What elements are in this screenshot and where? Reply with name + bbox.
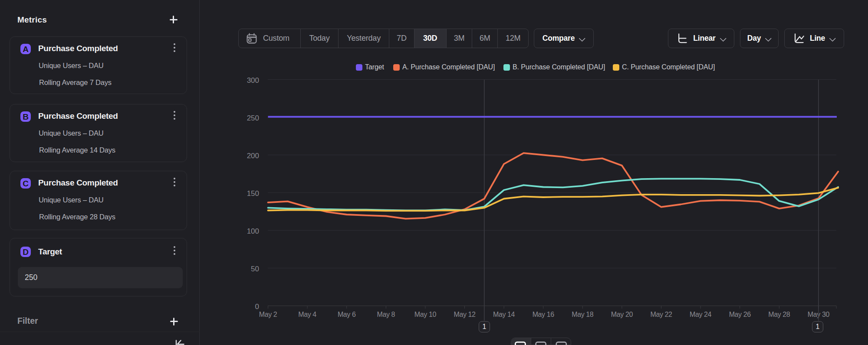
svg-text:May 10: May 10 — [414, 311, 437, 318]
svg-text:May 20: May 20 — [611, 311, 633, 318]
svg-text:May 24: May 24 — [690, 311, 712, 318]
svg-text:200: 200 — [247, 152, 259, 160]
svg-text:May 14: May 14 — [493, 311, 515, 318]
svg-text:May 6: May 6 — [338, 311, 356, 318]
svg-text:May 18: May 18 — [572, 311, 594, 318]
svg-text:0: 0 — [255, 303, 259, 311]
svg-text:250: 250 — [247, 114, 259, 122]
svg-text:May 26: May 26 — [729, 311, 751, 318]
svg-text:May 12: May 12 — [454, 311, 476, 318]
svg-text:May 8: May 8 — [377, 311, 395, 318]
svg-text:May 22: May 22 — [650, 311, 672, 318]
svg-text:300: 300 — [247, 76, 259, 85]
svg-text:May 4: May 4 — [298, 311, 316, 318]
svg-text:May 2: May 2 — [259, 311, 277, 318]
svg-text:150: 150 — [247, 189, 259, 198]
svg-text:May 16: May 16 — [533, 311, 555, 318]
svg-text:50: 50 — [251, 265, 259, 273]
svg-text:May 28: May 28 — [768, 311, 790, 318]
svg-text:100: 100 — [247, 227, 259, 235]
